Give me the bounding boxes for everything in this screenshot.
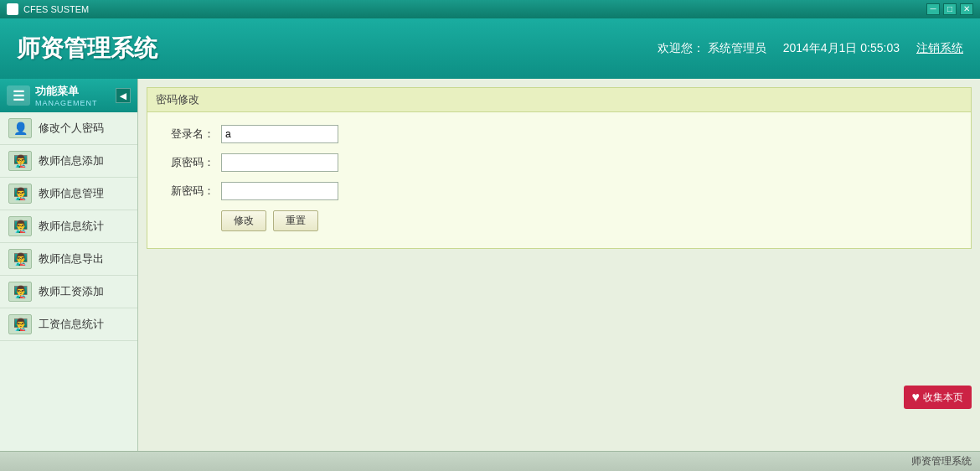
title-bar-label: CFES SUSTEM bbox=[23, 4, 89, 14]
sidebar-item-icon-5: 👨‍🏫 bbox=[8, 282, 32, 302]
sidebar-item-salary-stats[interactable]: 👨‍🏫 工资信息统计 bbox=[0, 308, 137, 341]
bookmark-button[interactable]: ♥ 收集本页 bbox=[904, 386, 972, 409]
form-body: 登录名： 原密码： 新密码： 修改 重置 bbox=[147, 112, 971, 248]
sidebar-item-label-0: 修改个人密码 bbox=[39, 121, 104, 136]
reset-button[interactable]: 重置 bbox=[273, 210, 318, 231]
sidebar-collapse-button[interactable]: ◀ bbox=[116, 88, 131, 103]
sidebar-header-texts: 功能菜单 MANAGEMENT bbox=[35, 84, 111, 107]
sidebar-item-teacher-stats[interactable]: 👨‍🏫 教师信息统计 bbox=[0, 210, 137, 243]
main-layout: ☰ 功能菜单 MANAGEMENT ◀ 👤 修改个人密码 👨‍🏫 教师信息添加 … bbox=[0, 79, 980, 451]
sidebar-header-label: 功能菜单 bbox=[35, 84, 111, 99]
bookmark-label: 收集本页 bbox=[923, 391, 963, 405]
login-name-input[interactable] bbox=[221, 125, 338, 143]
new-password-label: 新密码： bbox=[164, 184, 214, 199]
sidebar: ☰ 功能菜单 MANAGEMENT ◀ 👤 修改个人密码 👨‍🏫 教师信息添加 … bbox=[0, 79, 138, 451]
sidebar-item-teacher-add[interactable]: 👨‍🏫 教师信息添加 bbox=[0, 145, 137, 178]
old-password-label: 原密码： bbox=[164, 155, 214, 170]
old-password-row: 原密码： bbox=[164, 153, 954, 172]
maximize-button[interactable]: □ bbox=[943, 3, 957, 15]
sidebar-header: ☰ 功能菜单 MANAGEMENT ◀ bbox=[0, 79, 137, 112]
new-password-input[interactable] bbox=[221, 182, 338, 200]
sidebar-header-sub: MANAGEMENT bbox=[35, 99, 111, 107]
sidebar-item-label-4: 教师信息导出 bbox=[39, 251, 104, 267]
title-bar: CFES SUSTEM ─ □ ✕ bbox=[0, 0, 980, 18]
sidebar-item-teacher-export[interactable]: 👨‍🏫 教师信息导出 bbox=[0, 243, 137, 276]
title-bar-left: CFES SUSTEM bbox=[7, 3, 89, 15]
header: 师资管理系统 欢迎您： 系统管理员 2014年4月1日 0:55:03 注销系统 bbox=[0, 18, 980, 79]
footer-label: 师资管理系统 bbox=[911, 454, 972, 468]
sidebar-item-icon-2: 👨‍🏫 bbox=[8, 184, 32, 204]
sidebar-item-label-2: 教师信息管理 bbox=[39, 186, 104, 201]
title-bar-controls[interactable]: ─ □ ✕ bbox=[926, 3, 973, 15]
minimize-button[interactable]: ─ bbox=[926, 3, 940, 15]
sidebar-item-icon-0: 👤 bbox=[8, 118, 32, 138]
sidebar-item-icon-4: 👨‍🏫 bbox=[8, 249, 32, 269]
logout-button[interactable]: 注销系统 bbox=[916, 41, 963, 56]
app-icon bbox=[7, 3, 18, 15]
sidebar-item-teacher-manage[interactable]: 👨‍🏫 教师信息管理 bbox=[0, 178, 137, 210]
app-title: 师资管理系统 bbox=[17, 33, 157, 65]
sidebar-item-label-6: 工资信息统计 bbox=[39, 317, 104, 332]
login-name-label: 登录名： bbox=[164, 127, 214, 142]
bookmark-icon: ♥ bbox=[912, 390, 921, 405]
header-right: 欢迎您： 系统管理员 2014年4月1日 0:55:03 注销系统 bbox=[658, 41, 963, 56]
sidebar-item-salary-add[interactable]: 👨‍🏫 教师工资添加 bbox=[0, 276, 137, 308]
content-area: 密码修改 登录名： 原密码： 新密码： 修改 重置 bbox=[138, 79, 980, 451]
new-password-row: 新密码： bbox=[164, 182, 954, 200]
form-panel-title: 密码修改 bbox=[147, 88, 971, 112]
close-button[interactable]: ✕ bbox=[960, 3, 973, 15]
password-form-panel: 密码修改 登录名： 原密码： 新密码： 修改 重置 bbox=[147, 87, 972, 249]
sidebar-item-label-3: 教师信息统计 bbox=[39, 219, 104, 234]
sidebar-item-icon-3: 👨‍🏫 bbox=[8, 216, 32, 236]
sidebar-item-icon-1: 👨‍🏫 bbox=[8, 151, 32, 171]
login-name-row: 登录名： bbox=[164, 125, 954, 143]
form-buttons: 修改 重置 bbox=[221, 210, 954, 231]
welcome-text: 欢迎您： 系统管理员 bbox=[658, 41, 766, 56]
sidebar-menu-icon: ☰ bbox=[7, 85, 30, 106]
sidebar-item-label-1: 教师信息添加 bbox=[39, 153, 104, 168]
old-password-input[interactable] bbox=[221, 153, 338, 172]
sidebar-item-label-5: 教师工资添加 bbox=[39, 284, 104, 299]
sidebar-item-change-password[interactable]: 👤 修改个人密码 bbox=[0, 112, 137, 145]
footer: 师资管理系统 bbox=[0, 451, 980, 471]
sidebar-item-icon-6: 👨‍🏫 bbox=[8, 314, 32, 334]
datetime: 2014年4月1日 0:55:03 bbox=[783, 41, 900, 56]
modify-button[interactable]: 修改 bbox=[221, 210, 266, 231]
